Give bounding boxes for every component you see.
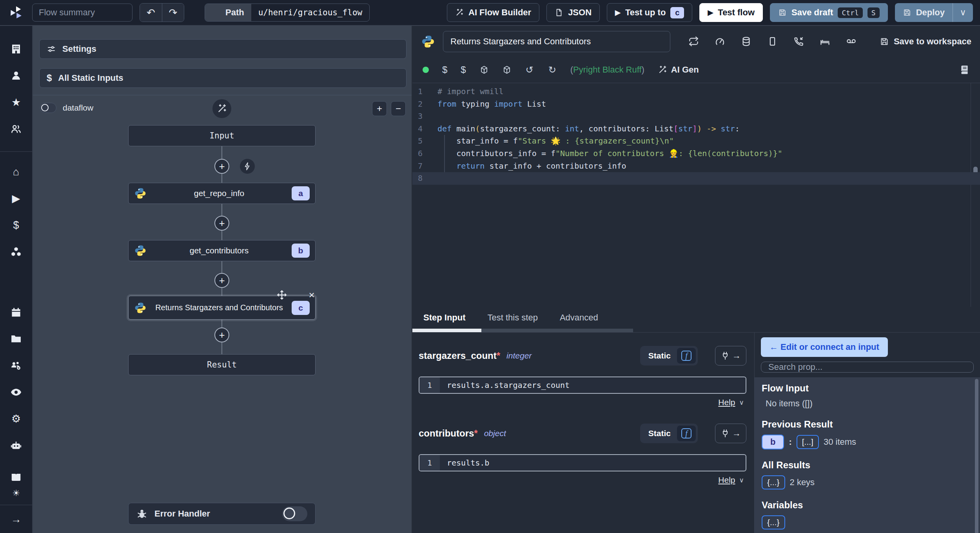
deploy-dropdown-button[interactable]: ∨ (953, 3, 973, 22)
voicemail-icon[interactable] (846, 36, 857, 47)
static-javascript-toggle[interactable]: Static f (640, 346, 698, 366)
connect-input-plug-button[interactable]: → (715, 424, 746, 443)
save-draft-button[interactable]: Save draft Ctrl S (770, 3, 888, 22)
object-expand-badge[interactable]: {...} (762, 515, 785, 529)
javascript-mode-segment[interactable]: f (677, 348, 696, 364)
error-handler-node[interactable]: Error Handler (128, 503, 316, 525)
workspace-building-icon[interactable] (10, 43, 22, 55)
flow-node-b[interactable]: get_contributors b (128, 240, 316, 261)
stargazers-expression-input[interactable]: 1 results.a.stargazers_count (419, 377, 746, 394)
deploy-button[interactable]: Deploy (895, 3, 953, 22)
close-icon[interactable]: × (307, 290, 317, 300)
props-scroll-area[interactable]: Flow Input No items ([]) Previous Result… (755, 377, 980, 533)
flow-node-a[interactable]: get_repo_info a (128, 183, 316, 204)
cache-database-icon[interactable] (741, 36, 751, 47)
help-link[interactable]: Help (718, 398, 735, 407)
tab-advanced[interactable]: Advanced (549, 307, 609, 329)
move-icon[interactable] (277, 290, 287, 300)
ai-robot-icon[interactable] (10, 440, 22, 451)
package-icon[interactable] (502, 65, 512, 75)
resources-cubes-icon[interactable] (10, 246, 22, 258)
code-line[interactable]: 2from typing import List (412, 98, 980, 111)
trigger-bolt-button[interactable] (240, 159, 255, 174)
retries-repeat-icon[interactable] (688, 36, 699, 47)
flow-node-c-selected[interactable]: × Returns Stargazers and Contributors c (128, 296, 316, 320)
expand-arrow-icon[interactable]: → (10, 513, 22, 525)
variable-picker-icon[interactable]: $ (442, 64, 447, 75)
array-expand-badge[interactable]: [...] (797, 435, 819, 449)
flow-settings-button[interactable]: Settings (39, 39, 407, 59)
object-expand-badge[interactable]: {...} (762, 475, 785, 489)
code-line[interactable]: 8 (412, 172, 980, 185)
variables-dollar-icon[interactable]: $ (10, 219, 22, 231)
ai-gen-button[interactable]: AI Gen (658, 65, 699, 75)
path-edit-chip[interactable]: Path (205, 4, 251, 21)
all-static-inputs-button[interactable]: $ All Static Inputs (39, 68, 407, 88)
code-line[interactable]: 4def main(stargazers_count: int, contrib… (412, 123, 980, 135)
reload-icon[interactable]: ↻ (548, 65, 557, 75)
groups-users-icon[interactable] (10, 123, 22, 135)
workers-group-icon[interactable] (10, 360, 22, 371)
tab-test-this-step[interactable]: Test this step (477, 307, 549, 329)
flow-summary-input[interactable] (32, 4, 132, 22)
reset-icon[interactable]: ↺ (525, 65, 534, 75)
ai-flow-builder-button[interactable]: AI Flow Builder (447, 3, 539, 22)
dataflow-toggle[interactable] (40, 103, 56, 113)
package-icon[interactable] (479, 65, 489, 75)
help-link[interactable]: Help (718, 475, 735, 485)
folders-icon[interactable] (10, 333, 22, 345)
error-handler-toggle[interactable] (282, 506, 307, 521)
insert-step-button-2[interactable]: + (214, 216, 229, 231)
code-line[interactable]: 7 return star_info + contributors_info (412, 160, 980, 173)
connect-input-plug-button[interactable]: → (715, 346, 746, 366)
test-flow-button[interactable]: ▶ Test flow (699, 3, 763, 22)
zoom-in-button[interactable]: + (372, 101, 387, 116)
library-book-icon[interactable] (960, 65, 970, 75)
flow-node-result[interactable]: Result (128, 354, 316, 375)
insert-step-button-1[interactable]: + (214, 159, 229, 174)
insert-step-button-4[interactable]: + (214, 327, 229, 342)
code-line[interactable]: 3 (412, 110, 980, 123)
sleep-bed-icon[interactable] (820, 36, 830, 47)
edit-or-connect-button[interactable]: ← Edit or connect an input (761, 337, 888, 357)
audit-eye-icon[interactable] (10, 386, 22, 398)
home-icon[interactable]: ⌂ (10, 166, 22, 178)
code-line[interactable]: 5 star_info = f"Stars 🌟 : {stargazers_co… (412, 135, 980, 147)
runs-play-icon[interactable]: ▶ (10, 193, 22, 204)
chevron-down-icon[interactable]: ∨ (739, 398, 744, 407)
resource-picker-icon[interactable]: $ (461, 64, 466, 75)
javascript-mode-segment[interactable]: f (677, 426, 696, 441)
suspend-phone-icon[interactable] (793, 36, 804, 47)
step-title-input[interactable] (443, 31, 670, 52)
redo-button[interactable]: ↷ (162, 4, 184, 22)
static-javascript-toggle[interactable]: Static f (640, 424, 698, 443)
test-up-to-button[interactable]: ▶ Test up to c (607, 3, 692, 22)
search-prop-input[interactable] (761, 362, 974, 373)
settings-gear-icon[interactable]: ⚙ (10, 413, 22, 425)
graph-ai-wand-button[interactable] (212, 99, 231, 118)
undo-button[interactable]: ↶ (140, 4, 162, 22)
docs-book-icon[interactable] (10, 471, 22, 483)
early-stop-gauge-icon[interactable] (715, 36, 725, 47)
mock-square-icon[interactable] (767, 36, 778, 47)
tab-step-input[interactable]: Step Input (412, 307, 477, 329)
theme-sun-icon[interactable]: ☀ (10, 488, 22, 499)
previous-result-key-badge[interactable]: b (762, 435, 784, 449)
code-line[interactable]: 6 contributors_info = f"Number of contri… (412, 147, 980, 160)
zoom-out-button[interactable]: − (391, 101, 406, 116)
chevron-down-icon[interactable]: ∨ (739, 476, 744, 484)
code-editor[interactable]: 1# import wmill2from typing import List3… (412, 83, 980, 307)
user-icon[interactable] (10, 70, 22, 82)
json-button[interactable]: JSON (546, 3, 600, 22)
schedules-calendar-icon[interactable] (10, 306, 22, 318)
flow-node-input[interactable]: Input (128, 125, 316, 146)
contributors-expression-input[interactable]: 1 results.b (419, 454, 746, 471)
props-scrollbar-thumb[interactable] (975, 379, 978, 533)
windmill-logo-icon[interactable] (7, 4, 25, 22)
code-line[interactable]: 1# import wmill (412, 85, 980, 98)
path-control[interactable]: Path u/henri/gracious_flow (205, 4, 370, 22)
favorites-star-icon[interactable]: ★ (10, 96, 22, 108)
save-to-workspace-button[interactable]: Save to workspace (880, 36, 971, 47)
path-value[interactable]: u/henri/gracious_flow (251, 4, 370, 21)
insert-step-button-3[interactable]: + (214, 273, 229, 288)
